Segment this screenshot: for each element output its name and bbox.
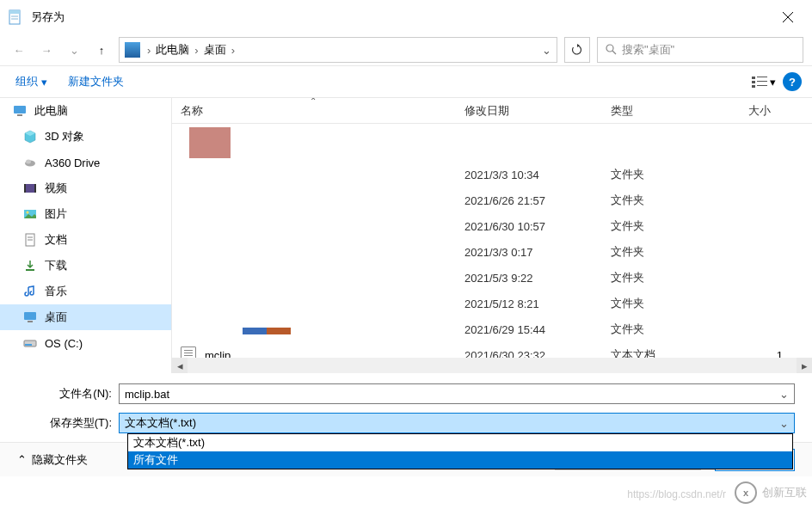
desktop-icon bbox=[22, 310, 38, 325]
svg-rect-20 bbox=[34, 184, 36, 193]
up-button[interactable]: ↑ bbox=[91, 40, 112, 60]
file-list: ⌃ 名称 修改日期 类型 大小 2021/3/3 10:34文件夹 2021/6… bbox=[172, 98, 812, 373]
music-icon bbox=[22, 284, 38, 299]
svg-rect-27 bbox=[24, 312, 36, 320]
svg-point-6 bbox=[606, 45, 613, 52]
filetype-label: 保存类型(T): bbox=[17, 415, 112, 431]
breadcrumb-sep: › bbox=[145, 44, 152, 57]
sidebar-item-pictures[interactable]: 图片 bbox=[0, 201, 171, 227]
video-icon bbox=[22, 181, 38, 196]
chevron-down-icon[interactable]: ⌄ bbox=[779, 388, 789, 401]
file-row[interactable]: 2021/6/29 15:44文件夹 bbox=[172, 316, 812, 342]
sidebar-item-3d-objects[interactable]: 3D 对象 bbox=[0, 124, 171, 150]
save-fields: 文件名(N): mclip.bat ⌄ 保存类型(T): 文本文档(*.txt)… bbox=[0, 373, 812, 442]
svg-rect-30 bbox=[25, 344, 32, 346]
redacted-thumbnail bbox=[189, 127, 231, 158]
file-row[interactable]: 2021/3/3 0:17文件夹 bbox=[172, 239, 812, 265]
svg-rect-28 bbox=[28, 321, 33, 322]
svg-rect-8 bbox=[752, 77, 755, 79]
filetype-select[interactable]: 文本文档(*.txt) ⌄ bbox=[119, 413, 795, 433]
svg-rect-12 bbox=[752, 85, 755, 88]
svg-point-22 bbox=[27, 212, 29, 214]
filetype-option-all[interactable]: 所有文件 bbox=[128, 451, 792, 469]
svg-rect-15 bbox=[17, 114, 22, 116]
svg-point-17 bbox=[26, 160, 31, 164]
breadcrumb-sep: › bbox=[230, 44, 237, 57]
toolbar: 组织▾ 新建文件夹 ▾ ? bbox=[0, 65, 812, 98]
forward-button: → bbox=[36, 40, 57, 60]
recent-dropdown[interactable]: ⌄ bbox=[64, 40, 84, 60]
search-placeholder: 搜索"桌面" bbox=[622, 42, 674, 58]
file-row[interactable]: 2021/6/30 10:57文件夹 bbox=[172, 213, 812, 239]
filename-label: 文件名(N): bbox=[17, 386, 112, 402]
svg-rect-18 bbox=[24, 184, 36, 193]
back-button[interactable]: ← bbox=[9, 40, 29, 60]
file-row[interactable]: 2021/5/3 9:22文件夹 bbox=[172, 265, 812, 291]
sidebar-item-os-c[interactable]: OS (C:) bbox=[0, 330, 171, 356]
window-title: 另存为 bbox=[31, 9, 771, 25]
sidebar-item-documents[interactable]: 文档 bbox=[0, 227, 171, 253]
svg-line-7 bbox=[612, 51, 616, 54]
document-icon bbox=[22, 232, 38, 248]
chevron-down-icon[interactable]: ⌄ bbox=[779, 417, 789, 430]
column-size[interactable]: 大小 bbox=[740, 98, 791, 123]
view-options-button[interactable]: ▾ bbox=[752, 76, 776, 89]
file-rows: 2021/3/3 10:34文件夹 2021/6/26 21:57文件夹 202… bbox=[172, 162, 812, 358]
breadcrumb-sep: › bbox=[193, 44, 200, 57]
text-file-icon bbox=[181, 346, 196, 359]
hide-folders-toggle[interactable]: ⌃ 隐藏文件夹 bbox=[17, 452, 88, 468]
picture-icon bbox=[22, 206, 38, 222]
address-bar[interactable]: › 此电脑 › 桌面 › ⌄ bbox=[119, 37, 557, 63]
sidebar-item-downloads[interactable]: 下载 bbox=[0, 253, 171, 279]
chevron-down-icon: ▾ bbox=[41, 76, 47, 89]
sidebar-item-videos[interactable]: 视频 bbox=[0, 175, 171, 201]
sidebar: 此电脑 3D 对象 A360 Drive 视频 图片 文档 下载 音乐 bbox=[0, 98, 172, 373]
filetype-option-txt[interactable]: 文本文档(*.txt) bbox=[128, 434, 792, 451]
scroll-right-icon[interactable]: ▸ bbox=[797, 358, 812, 373]
file-row[interactable]: 2021/6/26 21:57文件夹 bbox=[172, 187, 812, 213]
svg-rect-13 bbox=[757, 85, 767, 86]
svg-rect-19 bbox=[24, 184, 26, 193]
watermark-logo: x bbox=[735, 481, 757, 504]
watermark: x 创新互联 bbox=[735, 481, 807, 504]
help-button[interactable]: ? bbox=[783, 72, 802, 91]
scroll-left-icon[interactable]: ◂ bbox=[172, 358, 188, 373]
sort-indicator: ⌃ bbox=[310, 98, 317, 106]
breadcrumb-pc[interactable]: 此电脑 bbox=[152, 42, 193, 58]
sidebar-item-a360[interactable]: A360 Drive bbox=[0, 150, 171, 175]
nav-bar: ← → ⌄ ↑ › 此电脑 › 桌面 › ⌄ 搜索"桌面" bbox=[0, 34, 812, 65]
address-dropdown-icon[interactable]: ⌄ bbox=[542, 44, 551, 57]
search-input[interactable]: 搜索"桌面" bbox=[597, 37, 803, 63]
file-row[interactable]: 2021/5/12 8:21文件夹 bbox=[172, 291, 812, 316]
column-date[interactable]: 修改日期 bbox=[456, 98, 602, 123]
horizontal-scrollbar[interactable]: ◂ ▸ bbox=[172, 358, 812, 373]
sidebar-item-music[interactable]: 音乐 bbox=[0, 279, 171, 304]
watermark-url: https://blog.csdn.net/r bbox=[627, 488, 726, 500]
sidebar-item-desktop[interactable]: 桌面 bbox=[0, 304, 171, 330]
refresh-button[interactable] bbox=[564, 37, 590, 63]
filetype-dropdown: 文本文档(*.txt) 所有文件 bbox=[127, 433, 793, 469]
file-row[interactable]: mclip2021/6/30 23:32文本文档1 bbox=[172, 342, 812, 358]
breadcrumb-desktop[interactable]: 桌面 bbox=[200, 42, 230, 58]
svg-rect-11 bbox=[757, 81, 767, 82]
sidebar-item-this-pc[interactable]: 此电脑 bbox=[0, 98, 171, 124]
chevron-down-icon: ▾ bbox=[770, 76, 776, 89]
new-folder-button[interactable]: 新建文件夹 bbox=[63, 71, 129, 93]
organize-button[interactable]: 组织▾ bbox=[10, 71, 52, 93]
drive-icon bbox=[22, 335, 38, 351]
chevron-up-icon: ⌃ bbox=[17, 453, 27, 466]
redacted-name bbox=[222, 328, 291, 334]
download-icon bbox=[22, 258, 38, 273]
filename-input[interactable]: mclip.bat ⌄ bbox=[119, 383, 795, 404]
title-bar: 另存为 bbox=[0, 0, 812, 34]
svg-rect-26 bbox=[26, 269, 34, 271]
close-button[interactable] bbox=[771, 3, 805, 31]
svg-rect-9 bbox=[757, 77, 767, 77]
file-row[interactable]: 2021/3/3 10:34文件夹 bbox=[172, 162, 812, 187]
search-icon bbox=[605, 43, 617, 58]
cloud-icon bbox=[22, 155, 38, 170]
notepad-icon bbox=[7, 9, 24, 26]
column-type[interactable]: 类型 bbox=[602, 98, 740, 123]
svg-rect-14 bbox=[14, 106, 26, 113]
svg-rect-1 bbox=[9, 10, 20, 14]
